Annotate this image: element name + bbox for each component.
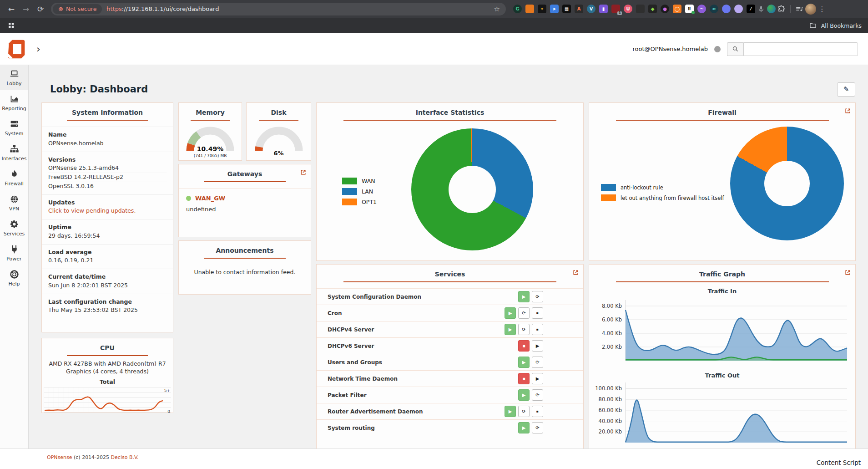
external-link-icon[interactable]	[573, 269, 579, 275]
service-running-button[interactable]: ▶	[505, 324, 516, 335]
service-stop-button[interactable]: ■	[532, 324, 543, 335]
service-row: Cron▶⟳■	[317, 305, 583, 321]
sidebar-item-vpn[interactable]: VPN	[0, 190, 28, 215]
search-input[interactable]	[743, 42, 858, 56]
title-underline	[191, 120, 230, 121]
extension-icon[interactable]: A	[575, 5, 583, 13]
extension-icon[interactable]: ◆	[648, 5, 657, 13]
mic-icon[interactable]	[756, 4, 766, 14]
service-actions: ■▶	[518, 373, 543, 384]
apps-grid-icon[interactable]	[6, 20, 16, 31]
opnsense-link[interactable]: OPNsense	[47, 454, 72, 460]
extension-icon[interactable]: ◯	[673, 5, 681, 13]
external-link-icon[interactable]	[300, 168, 307, 175]
service-restart-button[interactable]: ⟳	[518, 307, 530, 319]
gateway-name[interactable]: WAN_GW	[186, 195, 303, 202]
sidebar-item-reporting[interactable]: Reporting	[0, 90, 28, 115]
sidebar-expand-chevron-icon[interactable]: ›	[36, 43, 40, 55]
extension-icon[interactable]	[525, 5, 534, 13]
service-restart-button[interactable]: ⟳	[518, 406, 530, 417]
firewall-panel: Firewall anti-lockout rulelet out anythi…	[589, 102, 856, 261]
service-name: Cron	[328, 310, 342, 316]
extension-icon[interactable]	[636, 5, 645, 13]
service-running-button[interactable]: ▶	[505, 406, 516, 417]
service-stop-button[interactable]: ■	[532, 406, 543, 417]
system-info-label: Name	[48, 131, 167, 139]
extension-icon[interactable]: G	[513, 5, 522, 13]
extension-icon[interactable]: ✦	[538, 5, 546, 13]
service-stopped-button[interactable]: ■	[518, 373, 530, 384]
extension-icon[interactable]	[734, 5, 743, 13]
extension-icon[interactable]: ≈	[710, 5, 718, 13]
extension-icon[interactable]: ➤	[550, 5, 559, 13]
forward-button[interactable]: →	[19, 5, 33, 14]
service-row: DHCPv6 Server■▶	[317, 338, 583, 354]
pencil-icon: ✎	[843, 85, 849, 93]
gateway-list: WAN_GWundefined	[179, 189, 311, 213]
profile-avatar[interactable]	[805, 4, 816, 15]
address-bar[interactable]: ⊗ Not secure https://192.168.1.1/ui/core…	[51, 3, 506, 15]
extension-icon[interactable]: ~	[697, 5, 706, 13]
extension-icon[interactable]: V	[587, 5, 595, 13]
not-secure-badge[interactable]: ⊗ Not secure	[53, 4, 102, 14]
idm-extension-icon[interactable]	[767, 5, 776, 13]
extensions-puzzle-icon[interactable]	[777, 4, 787, 14]
service-restart-button[interactable]: ⟳	[532, 422, 543, 433]
extension-icon[interactable]: ⁄	[747, 5, 755, 13]
service-restart-button[interactable]: ⟳	[518, 324, 530, 335]
extension-icon[interactable]	[722, 5, 731, 13]
firewall-donut	[730, 127, 844, 240]
service-stop-button[interactable]: ■	[532, 307, 543, 319]
browser-menu-button[interactable]: ⋮	[817, 5, 827, 13]
sidebar-item-interfaces[interactable]: Interfaces	[0, 140, 28, 165]
service-start-button[interactable]: ▶	[532, 373, 543, 384]
extension-icon[interactable]: ●	[661, 5, 669, 13]
sidebar-item-firewall[interactable]: Firewall	[0, 165, 28, 190]
playlist-icon[interactable]	[794, 4, 804, 14]
memory-panel: Memory 10.49% (741 / 7065) MB	[178, 102, 242, 161]
globe-icon	[10, 194, 19, 204]
service-running-button[interactable]: ▶	[518, 422, 530, 433]
deciso-link[interactable]: Deciso B.V.	[111, 454, 139, 460]
status-dot[interactable]	[714, 46, 721, 52]
service-restart-button[interactable]: ⟳	[532, 389, 543, 401]
opnsense-logo[interactable]	[6, 39, 26, 59]
service-running-button[interactable]: ▶	[518, 291, 530, 302]
extension-icon[interactable]: U	[624, 5, 632, 13]
service-running-button[interactable]: ▶	[518, 357, 530, 368]
legend-item: WAN	[342, 178, 377, 184]
edit-dashboard-button[interactable]: ✎	[837, 82, 855, 97]
disk-title: Disk	[247, 103, 311, 116]
system-information-rows: NameOPNsense.homelabVersionsOPNsense 25.…	[42, 127, 173, 318]
search-icon[interactable]	[727, 42, 743, 56]
service-running-button[interactable]: ▶	[518, 389, 530, 401]
extension-icon[interactable]: ▮	[599, 5, 608, 13]
system-info-value: FreeBSD 14.2-RELEASE-p2	[48, 173, 167, 182]
life-ring-icon	[10, 270, 19, 279]
service-stopped-button[interactable]: ■	[518, 340, 530, 352]
all-bookmarks-button[interactable]: All Bookmarks	[808, 20, 862, 31]
external-link-icon[interactable]	[845, 107, 851, 113]
service-running-button[interactable]: ▶	[505, 307, 516, 319]
system-info-value[interactable]: Click to view pending updates.	[48, 207, 167, 215]
external-link-icon[interactable]	[845, 269, 851, 275]
back-button[interactable]: ←	[5, 5, 18, 14]
bookmark-star-icon[interactable]: ☆	[494, 5, 504, 13]
sidebar-item-label: Help	[8, 281, 20, 287]
sidebar-item-services[interactable]: Services	[0, 215, 28, 240]
traffic-graph-title: Traffic Graph	[589, 265, 855, 278]
system-info-value: Thu May 15 23:53:02 BST 2025	[48, 306, 167, 315]
sidebar-item-power[interactable]: Power	[0, 240, 28, 265]
system-info-row: VersionsOPNsense 25.1.3-amd64FreeBSD 14.…	[42, 152, 173, 194]
sidebar-item-system[interactable]: System	[0, 115, 28, 140]
service-restart-button[interactable]: ⟳	[532, 357, 543, 368]
reload-button[interactable]: ⟳	[34, 5, 47, 14]
gateway-name-label: WAN_GW	[195, 195, 225, 202]
sidebar-item-help[interactable]: Help	[0, 265, 28, 291]
extension-icon[interactable]: 1	[611, 5, 620, 13]
extension-icon[interactable]: ⠿	[685, 5, 694, 13]
sidebar-item-lobby[interactable]: Lobby	[0, 65, 28, 90]
service-start-button[interactable]: ▶	[532, 340, 543, 352]
extension-icon[interactable]: ▦	[562, 5, 571, 13]
service-restart-button[interactable]: ⟳	[532, 291, 543, 302]
